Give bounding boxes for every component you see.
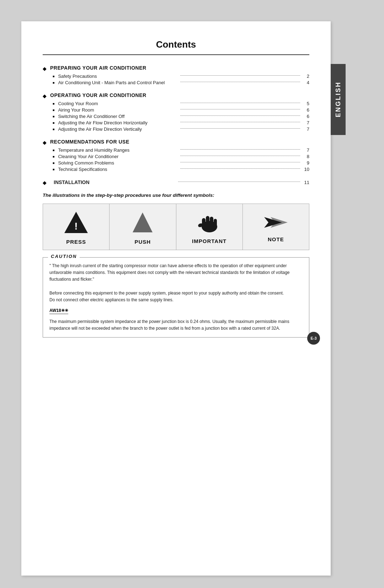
toc-dots [180,75,300,76]
press-icon: ! [64,211,89,235]
page-container: ENGLISH Contents ◆ Preparing Your Air Co… [21,21,331,576]
toc-dots [180,168,300,169]
symbol-press: ! PRESS [43,204,110,250]
toc-item-label: Temperature and Humidity Ranges [58,147,178,153]
toc-page-num: 4 [302,80,309,85]
toc-item: ■ Temperature and Humidity Ranges 7 [53,147,309,153]
toc-main-label-preparing: Preparing Your Air Conditioner [50,65,146,71]
caution-box: CAUTION " The high inrush current of the… [43,257,309,338]
symbol-note: NOTE [243,204,309,250]
caution-header: CAUTION [48,254,80,259]
toc-page-num: 9 [302,160,309,166]
svg-text:!: ! [74,221,78,232]
toc-sub-items-preparing: ■ Safety Precautions 2 ■ Air Conditionin… [53,74,309,85]
important-icon [197,212,222,234]
toc-main-label-recommendations: Recommendations For Use [50,139,129,145]
toc-page-num: 6 [302,114,309,119]
square-bullet: ■ [53,168,54,171]
toc-page-num: 6 [302,107,309,113]
note-icon [263,214,288,233]
symbols-intro: The illustrations in the step-by-step pr… [43,193,309,198]
symbol-push: PUSH [110,204,176,250]
toc-page-num: 7 [302,126,309,132]
toc-item-label: Airing Your Room [58,107,178,113]
toc-item-label: Safety Precautions [58,74,178,79]
important-label: IMPORTANT [192,238,226,244]
square-bullet: ■ [53,161,54,165]
toc-installation-label: Installation [54,179,176,185]
toc-standalone-installation: ◆ Installation 11 [43,179,309,185]
push-icon [132,211,153,235]
toc-dots [180,115,300,116]
toc-item-label: Solving Common Problems [58,160,178,166]
toc-item: ■ Solving Common Problems 9 [53,160,309,166]
caution-model: AW18✳✳ [49,308,68,314]
toc-item: ■ Cooling Your Room 5 [53,101,309,106]
toc-item: ■ Adjusting the Air Flow Direction Verti… [53,126,309,132]
toc-page-num: 5 [302,101,309,106]
square-bullet: ■ [53,128,54,131]
toc-dots [180,162,300,162]
toc-item: ■ Cleaning Your Air Conditioner 8 [53,154,309,159]
toc-item-label: Switching the Air Conditioner Off [58,114,178,119]
square-bullet: ■ [53,149,54,152]
toc-page-num: 10 [302,167,309,172]
toc-sub-items-recommendations: ■ Temperature and Humidity Ranges 7 ■ Cl… [53,147,309,172]
toc-item: ■ Switching the Air Conditioner Off 6 [53,114,309,119]
svg-rect-7 [214,219,217,227]
toc-item-label: Adjusting the Air Flow Direction Vertica… [58,126,178,132]
toc-section-preparing: ◆ Preparing Your Air Conditioner ■ Safet… [43,65,309,85]
svg-rect-5 [206,216,209,227]
svg-rect-6 [210,217,213,227]
language-tab: ENGLISH [331,64,346,135]
press-label: PRESS [66,239,86,245]
toc-item-label: Cooling Your Room [58,101,178,106]
toc-installation-page: 11 [302,180,309,185]
toc-item-label: Adjusting the Air Flow Direction Horizon… [58,120,178,125]
diamond-bullet: ◆ [43,140,47,145]
note-label: NOTE [268,236,284,242]
toc-main-label-operating: Operating Your Air Conditioner [50,92,146,98]
toc-item: ■ Technical Specifications 10 [53,167,309,172]
toc-dots [180,122,300,122]
toc-page-num: 7 [302,120,309,125]
diamond-bullet: ◆ [43,93,47,99]
square-bullet: ■ [53,121,54,125]
toc-item: ■ Airing Your Room 6 [53,107,309,113]
diamond-bullet: ◆ [43,66,47,71]
toc-page-num: 2 [302,74,309,79]
square-bullet: ■ [53,115,54,118]
diamond-bullet: ◆ [43,180,47,185]
toc-dots [180,109,300,109]
toc-item-label: Air Conditioning Unit - Main Parts and C… [58,80,178,85]
toc-item-label: Cleaning Your Air Conditioner [58,154,178,159]
svg-marker-2 [133,212,153,232]
push-label: PUSH [135,239,151,245]
square-bullet: ■ [53,81,54,85]
toc-dots [180,82,300,82]
page-title: Contents [43,39,309,50]
toc-item: ■ Air Conditioning Unit - Main Parts and… [53,80,309,85]
toc-dots [180,156,300,156]
toc-dots [180,149,300,150]
square-bullet: ■ [53,108,54,112]
caution-note: The maximum permissible system impedance… [49,318,303,332]
toc-dots [180,103,300,103]
title-divider [43,54,309,55]
caution-text1: " The high inrush current of the startin… [49,263,303,303]
square-bullet: ■ [53,155,54,158]
toc-dots [178,182,300,182]
toc-item: ■ Adjusting the Air Flow Direction Horiz… [53,120,309,125]
page-number-badge: E-3 [307,332,320,345]
toc-item-label: Technical Specifications [58,167,178,172]
toc-dots [180,128,300,129]
symbols-grid: ! PRESS PUSH [43,204,309,250]
toc-section-operating: ◆ Operating Your Air Conditioner ■ Cooli… [43,92,309,132]
toc-page-num: 8 [302,154,309,159]
square-bullet: ■ [53,75,54,78]
toc-page-num: 7 [302,147,309,153]
toc-item: ■ Safety Precautions 2 [53,74,309,79]
page-content: Contents ◆ Preparing Your Air Conditione… [21,21,331,352]
toc-sub-items-operating: ■ Cooling Your Room 5 ■ Airing Your Room… [53,101,309,132]
language-label: ENGLISH [335,81,342,117]
